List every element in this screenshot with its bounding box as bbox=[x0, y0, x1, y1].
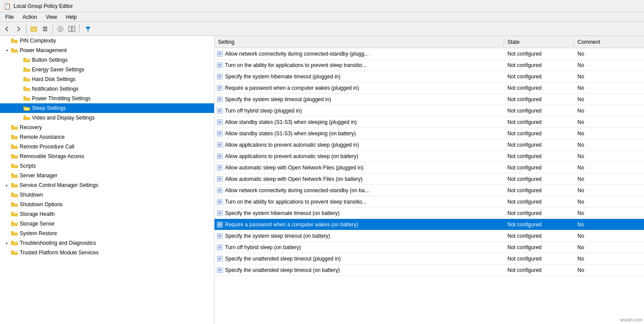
row-setting-7: Allow standby states (S1-S3) when sleepi… bbox=[215, 129, 504, 138]
row-state-10: Not configured bbox=[504, 164, 574, 172]
table-row[interactable]: Allow network connectivity during connec… bbox=[215, 185, 644, 196]
tree-label-power-throttling-settings: Power Throttling Settings bbox=[32, 95, 91, 102]
svg-rect-0 bbox=[31, 27, 33, 29]
setting-icon-17 bbox=[216, 244, 223, 251]
folder-icon-energy-saver-settings bbox=[23, 66, 31, 73]
setting-icon-10 bbox=[216, 164, 223, 171]
row-state-0: Not configured bbox=[504, 50, 574, 58]
table-row[interactable]: Specify the unattended sleep timeout (pl… bbox=[215, 253, 644, 264]
row-comment-3: No bbox=[574, 84, 644, 92]
tree-item-shutdown[interactable]: Shutdown bbox=[0, 190, 214, 200]
tree-item-service-control-manager[interactable]: Service Control Manager Settings bbox=[0, 180, 214, 190]
table-body[interactable]: Allow network connectivity during connec… bbox=[215, 48, 644, 324]
menu-file[interactable]: File bbox=[2, 13, 17, 21]
setting-text-10: Allow automatic sleep with Open Network … bbox=[225, 165, 363, 171]
folder-icon-shutdown-options bbox=[11, 201, 18, 208]
folder-icon-service-control-manager bbox=[11, 182, 18, 189]
tree-item-recovery[interactable]: Recovery bbox=[0, 123, 214, 132]
tree-item-remote-assistance[interactable]: Remote Assistance bbox=[0, 132, 214, 142]
table-row[interactable]: Turn off hybrid sleep (on battery) Not c… bbox=[215, 242, 644, 253]
tree-item-trusted-platform[interactable]: Trusted Platform Module Services bbox=[0, 248, 214, 257]
row-setting-6: Allow standby states (S1-S3) when sleepi… bbox=[215, 118, 504, 127]
tree-item-hard-disk-settings[interactable]: Hard Disk Settings bbox=[0, 74, 214, 84]
menu-view[interactable]: View bbox=[42, 13, 61, 21]
menu-action[interactable]: Action bbox=[19, 13, 40, 21]
table-row[interactable]: Specify the system hibernate timeout (pl… bbox=[215, 71, 644, 82]
setting-text-4: Specify the system sleep timeout (plugge… bbox=[225, 96, 331, 102]
table-row[interactable]: Allow automatic sleep with Open Network … bbox=[215, 173, 644, 185]
svg-rect-29 bbox=[11, 203, 14, 204]
row-comment-19: No bbox=[574, 266, 644, 274]
tree-item-system-restore[interactable]: System Restore bbox=[0, 229, 214, 238]
row-state-12: Not configured bbox=[504, 187, 574, 194]
row-state-6: Not configured bbox=[504, 118, 574, 126]
table-row[interactable]: Allow applications to prevent automatic … bbox=[215, 139, 644, 151]
tree-item-button-settings[interactable]: Button Settings bbox=[0, 55, 214, 65]
col-header-comment: Comment bbox=[574, 37, 644, 47]
tree-item-notification-settings[interactable]: Notification Settings bbox=[0, 84, 214, 94]
tree-item-shutdown-options[interactable]: Shutdown Options bbox=[0, 200, 214, 209]
table-row[interactable]: Allow standby states (S1-S3) when sleepi… bbox=[215, 116, 644, 128]
tree-item-sleep-settings[interactable]: Sleep Settings bbox=[0, 103, 214, 113]
tree-label-service-control-manager: Service Control Manager Settings bbox=[20, 182, 98, 188]
setting-text-18: Specify the unattended sleep timeout (pl… bbox=[225, 256, 341, 262]
table-row[interactable]: Specify the system sleep timeout (on bat… bbox=[215, 230, 644, 242]
table-row[interactable]: Require a password when a computer wakes… bbox=[215, 82, 644, 94]
table-row[interactable]: Allow applications to prevent automatic … bbox=[215, 151, 644, 162]
row-setting-12: Allow network connectivity during connec… bbox=[215, 186, 504, 195]
table-row[interactable]: Specify the system sleep timeout (plugge… bbox=[215, 94, 644, 105]
tree-item-server-manager[interactable]: Server Manager bbox=[0, 171, 214, 180]
tree-item-remote-procedure-call[interactable]: Remote Procedure Call bbox=[0, 142, 214, 151]
setting-text-19: Specify the unattended sleep timeout (on… bbox=[225, 267, 340, 273]
forward-button[interactable] bbox=[13, 24, 24, 34]
table-row[interactable]: Allow standby states (S1-S3) when sleepi… bbox=[215, 128, 644, 139]
table-row[interactable]: Require a password when a computer wakes… bbox=[215, 219, 644, 230]
row-setting-10: Allow automatic sleep with Open Network … bbox=[215, 163, 504, 172]
row-state-11: Not configured bbox=[504, 175, 574, 183]
table-row[interactable]: Specify the unattended sleep timeout (on… bbox=[215, 264, 644, 276]
tree-item-troubleshooting-diagnostics[interactable]: Troubleshooting and Diagnostics bbox=[0, 238, 214, 248]
setting-text-9: Allow applications to prevent automatic … bbox=[225, 153, 358, 159]
table-row[interactable]: Allow network connectivity during connec… bbox=[215, 48, 644, 60]
tree-panel[interactable]: PIN Complexity Power Management Button S… bbox=[0, 36, 215, 324]
table-row[interactable]: Specify the system hibernate timeout (on… bbox=[215, 208, 644, 219]
tree-item-removable-storage-access[interactable]: Removable Storage Access bbox=[0, 151, 214, 161]
setting-icon-5 bbox=[216, 107, 223, 114]
tree-item-power-throttling-settings[interactable]: Power Throttling Settings bbox=[0, 94, 214, 103]
row-comment-17: No bbox=[574, 243, 644, 251]
help-button[interactable]: ? bbox=[55, 24, 66, 34]
setting-icon-8 bbox=[216, 141, 223, 148]
col-header-setting: Setting bbox=[215, 37, 504, 47]
title-bar-text: Local Group Policy Editor bbox=[14, 3, 73, 9]
table-header: Setting State Comment bbox=[215, 36, 644, 48]
tree-item-storage-sense[interactable]: Storage Sense bbox=[0, 219, 214, 229]
table-row[interactable]: Allow automatic sleep with Open Network … bbox=[215, 162, 644, 173]
extended-view-button[interactable] bbox=[67, 24, 77, 34]
table-row[interactable]: Turn off hybrid sleep (plugged in) Not c… bbox=[215, 105, 644, 116]
back-button[interactable] bbox=[2, 24, 12, 34]
folder-icon-server-manager bbox=[11, 172, 18, 179]
filter-button[interactable] bbox=[82, 24, 94, 34]
tree-item-storage-health[interactable]: Storage Health bbox=[0, 209, 214, 219]
tree-item-scripts[interactable]: Scripts bbox=[0, 161, 214, 171]
row-setting-8: Allow applications to prevent automatic … bbox=[215, 141, 504, 149]
table-row[interactable]: Turn on the ability for applications to … bbox=[215, 60, 644, 71]
show-standard-folders-button[interactable] bbox=[28, 24, 39, 34]
folder-icon-scripts bbox=[11, 162, 18, 169]
properties-button[interactable] bbox=[40, 24, 50, 34]
folder-icon-power-management bbox=[11, 47, 18, 54]
svg-rect-1 bbox=[34, 27, 37, 29]
tree-item-pin-complexity[interactable]: PIN Complexity bbox=[0, 36, 214, 46]
setting-text-5: Turn off hybrid sleep (plugged in) bbox=[225, 108, 302, 114]
folder-icon-troubleshooting-diagnostics bbox=[11, 239, 18, 247]
tree-label-storage-sense: Storage Sense bbox=[20, 221, 54, 227]
row-comment-2: No bbox=[574, 73, 644, 81]
menu-help[interactable]: Help bbox=[63, 13, 81, 21]
setting-icon-3 bbox=[216, 85, 223, 92]
row-state-2: Not configured bbox=[504, 73, 574, 81]
tree-item-power-management[interactable]: Power Management bbox=[0, 46, 214, 55]
tree-item-energy-saver-settings[interactable]: Energy Saver Settings bbox=[0, 65, 214, 74]
tree-item-video-display-settings[interactable]: Video and Display Settings bbox=[0, 113, 214, 123]
table-row[interactable]: Turn on the ability for applications to … bbox=[215, 196, 644, 208]
setting-text-6: Allow standby states (S1-S3) when sleepi… bbox=[225, 119, 357, 125]
